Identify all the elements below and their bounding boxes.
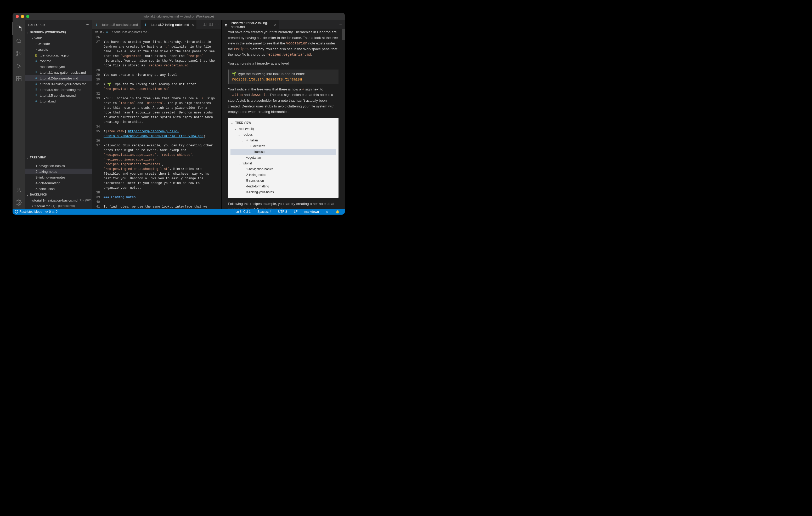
maximize-window-button[interactable] <box>26 15 29 18</box>
markdown-icon: ⬇ <box>34 99 38 103</box>
workspace-section-header[interactable]: ⌄ DENDRON (WORKSPACE) <box>25 29 92 35</box>
file-tree-item[interactable]: ⌄vault <box>25 35 92 41</box>
traffic-lights <box>16 15 29 18</box>
run-debug-icon[interactable] <box>12 60 25 72</box>
svg-point-2 <box>17 55 18 56</box>
close-tab-icon[interactable]: × <box>192 23 194 27</box>
tree-image-row: ⌄+italian <box>230 138 336 144</box>
file-tree-item[interactable]: ⬇tutorial.2-taking-notes.md <box>25 75 92 81</box>
extensions-icon[interactable] <box>12 72 25 85</box>
code-content[interactable]: You have now created your first hierarch… <box>104 35 221 209</box>
chevron-right-icon: › <box>34 42 38 45</box>
svg-point-9 <box>18 202 20 203</box>
explorer-icon[interactable] <box>12 22 25 35</box>
preview-paragraph: You'll notice in the tree view that ther… <box>228 87 339 115</box>
cursor-position[interactable]: Ln 8, Col 1 <box>235 210 251 214</box>
tree-view-screenshot: ⌄TREE VIEW ⌄root (vault)⌄recipes⌄+italia… <box>228 118 339 198</box>
preview-paragraph: Following this recipes example, you can … <box>228 201 339 209</box>
titlebar: tutorial.2-taking-notes.md — dendron (Wo… <box>12 13 345 20</box>
eol-button[interactable]: LF <box>294 210 297 214</box>
tab-bar-right: ▦ Preview tutorial.2-taking-notes.md × ⋯ <box>222 20 345 29</box>
preview-paragraph: You can create a hierarchy at any level: <box>228 61 339 66</box>
markdown-icon: ⬇ <box>105 30 109 34</box>
accounts-icon[interactable] <box>12 184 25 196</box>
breadcrumbs[interactable]: vault › ⬇ tutorial.2-taking-notes.md › .… <box>92 29 221 35</box>
file-tree-item[interactable]: ›assets <box>25 47 92 52</box>
backlink-item[interactable]: ›tutorial.md(1) - (tutorial.md) <box>25 203 92 209</box>
file-tree: ⌄vault›.vscode›assets{}.dendron.cache.js… <box>25 35 92 104</box>
tab-conclusion[interactable]: ⬇ tutorial.5-conclusion.md <box>92 20 141 29</box>
sidebar: EXPLORER ⋯ ⌄ DENDRON (WORKSPACE) ⌄vault›… <box>25 20 92 209</box>
markdown-preview[interactable]: You have now created your first hierarch… <box>222 29 345 209</box>
json-icon: {} <box>34 53 38 57</box>
tree-image-row: 5-conclusion <box>230 178 336 184</box>
file-tree-item[interactable]: ⬇tutorial.5-conclusion.md <box>25 93 92 98</box>
svg-rect-4 <box>17 76 19 79</box>
tab-preview[interactable]: ▦ Preview tutorial.2-taking-notes.md × <box>222 20 279 29</box>
encoding-button[interactable]: UTF-8 <box>278 210 287 214</box>
treeview-section-header[interactable]: ⌄ TREE VIEW <box>25 154 92 160</box>
split-editor-icon[interactable] <box>203 23 206 27</box>
line-gutter: 2627282930313233343536373839404142434445 <box>92 35 104 209</box>
more-actions-icon[interactable]: ⋯ <box>215 23 219 27</box>
minimize-window-button[interactable] <box>21 15 24 18</box>
markdown-icon: ⬇ <box>34 59 38 63</box>
markdown-icon: ⬇ <box>143 23 148 27</box>
indentation-button[interactable]: Spaces: 4 <box>257 210 271 214</box>
chevron-right-icon: › <box>30 204 34 208</box>
backlink-item[interactable]: ›tutorial.1-navigation-basics.md(1) - (t… <box>25 198 92 203</box>
close-tab-icon[interactable]: × <box>274 23 276 27</box>
editor-group-preview: ▦ Preview tutorial.2-taking-notes.md × ⋯… <box>222 20 345 209</box>
tree-image-row: 3-linking-your-notes <box>230 189 336 195</box>
file-tree-item[interactable]: {}.dendron.cache.json <box>25 52 92 58</box>
chevron-right-icon: › <box>34 48 38 51</box>
notifications-icon[interactable]: 🔔 <box>336 210 340 214</box>
svg-point-0 <box>17 39 21 42</box>
tree-view-item[interactable]: 5-conclusion <box>25 186 92 192</box>
svg-rect-6 <box>19 79 21 81</box>
markdown-icon: ⬇ <box>34 93 38 97</box>
tab-taking-notes[interactable]: ⬇ tutorial.2-taking-notes.md × <box>141 20 197 29</box>
backlinks-section-header[interactable]: ⌄ BACKLINKS <box>25 192 92 198</box>
feedback-icon[interactable]: ☺ <box>326 210 329 214</box>
restricted-mode-button[interactable]: Restricted Mode <box>14 210 42 214</box>
tree-view-item[interactable]: 2-taking-notes <box>25 169 92 174</box>
editor-layout-icon[interactable] <box>209 23 213 27</box>
yaml-icon: ! <box>34 65 38 69</box>
more-actions-icon[interactable]: ⋯ <box>339 23 342 27</box>
sidebar-more-icon[interactable]: ⋯ <box>86 23 89 26</box>
chevron-down-icon: ⌄ <box>26 30 29 34</box>
svg-rect-7 <box>19 76 21 79</box>
preview-paragraph: You have now created your first hierarch… <box>228 29 339 58</box>
file-tree-item[interactable]: ⬇root.md <box>25 58 92 64</box>
close-window-button[interactable] <box>16 15 19 18</box>
tree-image-row: 4-rich-formatting <box>230 184 336 189</box>
tree-view-item[interactable]: 3-linking-your-notes <box>25 174 92 180</box>
svg-point-3 <box>20 53 21 54</box>
tree-view-item[interactable]: 1-navigation-basics <box>25 163 92 169</box>
markdown-icon: ⬇ <box>95 23 99 27</box>
file-tree-item[interactable]: ⬇tutorial.4-rich-formatting.md <box>25 87 92 93</box>
markdown-icon: ⬇ <box>34 88 38 92</box>
language-mode-button[interactable]: markdown <box>304 210 319 214</box>
tree-image-row: vegetarian <box>230 155 336 161</box>
tree-view-list: 1-navigation-basics2-taking-notes3-linki… <box>25 160 92 192</box>
tab-bar-left: ⬇ tutorial.5-conclusion.md ⬇ tutorial.2-… <box>92 20 221 29</box>
text-editor[interactable]: 2627282930313233343536373839404142434445… <box>92 35 221 209</box>
file-tree-item[interactable]: ⬇tutorial.md <box>25 98 92 104</box>
scrollbar-thumb[interactable] <box>342 29 345 40</box>
problems-button[interactable]: ⊘0 ⚠0 <box>45 210 57 214</box>
tree-view-item[interactable]: 4-rich-formatting <box>25 180 92 186</box>
sidebar-title: EXPLORER ⋯ <box>25 20 92 29</box>
file-tree-item[interactable]: ⬇tutorial.1-navigation-basics.md <box>25 69 92 75</box>
file-tree-item[interactable]: !root.schema.yml <box>25 64 92 69</box>
file-tree-item[interactable]: ⬇tutorial.3-linking-your-notes.md <box>25 81 92 87</box>
svg-rect-11 <box>209 23 210 26</box>
source-control-icon[interactable] <box>12 47 25 60</box>
editor-group-source: ⬇ tutorial.5-conclusion.md ⬇ tutorial.2-… <box>92 20 222 209</box>
svg-rect-12 <box>211 23 212 26</box>
settings-gear-icon[interactable] <box>12 196 25 209</box>
file-tree-item[interactable]: ›.vscode <box>25 41 92 47</box>
search-icon[interactable] <box>12 35 25 47</box>
preview-icon: ▦ <box>224 23 228 27</box>
